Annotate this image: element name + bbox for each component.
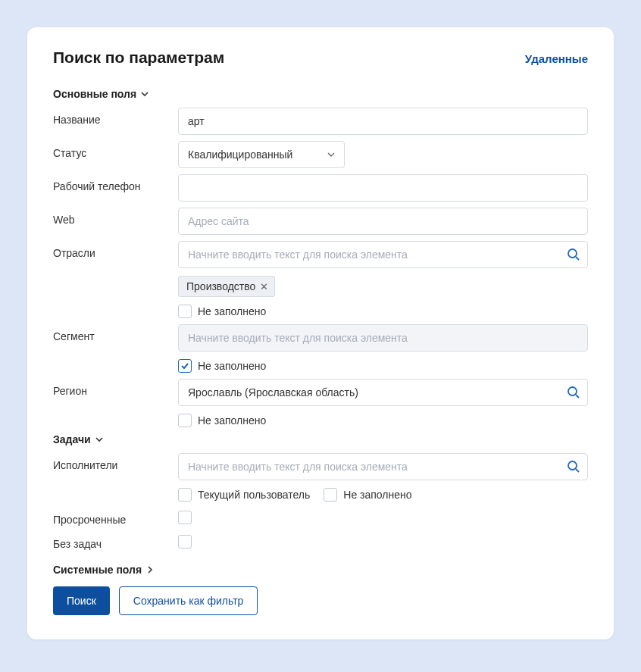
industries-lookup[interactable] [178,241,588,268]
name-input[interactable] [178,108,588,135]
label-work-phone: Рабочий телефон [53,174,178,192]
search-icon[interactable] [566,385,581,400]
label-no-tasks: Без задач [53,532,178,550]
svg-point-0 [568,249,577,258]
segment-lookup [178,324,588,352]
region-not-filled-label[interactable]: Не заполнено [198,414,266,427]
segment-not-filled-checkbox[interactable] [178,359,192,373]
svg-line-3 [576,395,579,398]
industry-tag-label: Производство [186,280,255,292]
svg-line-1 [576,257,579,260]
industries-not-filled-label[interactable]: Не заполнено [198,305,266,317]
section-main-fields[interactable]: Основные поля [53,88,588,100]
search-icon[interactable] [566,459,581,474]
overdue-checkbox[interactable] [178,511,192,524]
web-input[interactable] [178,208,588,235]
page-title: Поиск по параметрам [53,48,224,67]
industries-lookup-input[interactable] [188,242,560,267]
current-user-label[interactable]: Текущий пользователь [198,489,310,501]
region-lookup[interactable] [178,379,588,406]
executors-not-filled-checkbox[interactable] [324,488,337,502]
deleted-link[interactable]: Удаленные [525,52,588,65]
region-not-filled-checkbox[interactable] [178,414,192,427]
label-segment: Сегмент [53,324,178,342]
industry-tag: Производство ✕ [178,276,275,297]
save-filter-button[interactable]: Сохранить как фильтр [119,586,258,615]
region-lookup-input[interactable] [188,380,560,405]
svg-line-5 [576,469,579,472]
chevron-down-icon [327,148,335,161]
section-system-label: Системные поля [53,564,142,576]
panel-header: Поиск по параметрам Удаленные [53,48,588,67]
label-industries: Отрасли [53,241,178,259]
section-main-label: Основные поля [53,88,136,100]
search-button[interactable]: Поиск [53,586,110,615]
section-tasks[interactable]: Задачи [53,433,588,445]
svg-point-2 [568,387,577,395]
work-phone-input[interactable] [178,174,588,202]
industries-not-filled-checkbox[interactable] [178,305,192,318]
search-icon[interactable] [566,247,581,262]
svg-point-4 [568,461,577,470]
label-web: Web [53,208,178,226]
chevron-down-icon [95,436,103,443]
segment-lookup-input [188,325,581,351]
executors-lookup[interactable] [178,453,588,480]
status-value: Квалифицированный [188,148,292,161]
close-icon[interactable]: ✕ [260,282,268,292]
executors-lookup-input[interactable] [188,454,560,480]
search-panel: Поиск по параметрам Удаленные Основные п… [27,27,614,639]
label-overdue: Просроченные [53,508,178,526]
status-select[interactable]: Квалифицированный [178,141,345,168]
section-tasks-label: Задачи [53,433,91,445]
label-region: Регион [53,379,178,397]
segment-not-filled-label[interactable]: Не заполнено [198,360,266,372]
label-executors: Исполнители [53,453,178,471]
current-user-checkbox[interactable] [178,488,192,502]
label-name: Название [53,108,178,126]
label-status: Статус [53,141,178,159]
executors-not-filled-label[interactable]: Не заполнено [343,489,411,501]
section-system-fields[interactable]: Системные поля [53,564,588,576]
no-tasks-checkbox[interactable] [178,535,192,549]
chevron-down-icon [141,90,149,98]
chevron-right-icon [146,566,154,574]
